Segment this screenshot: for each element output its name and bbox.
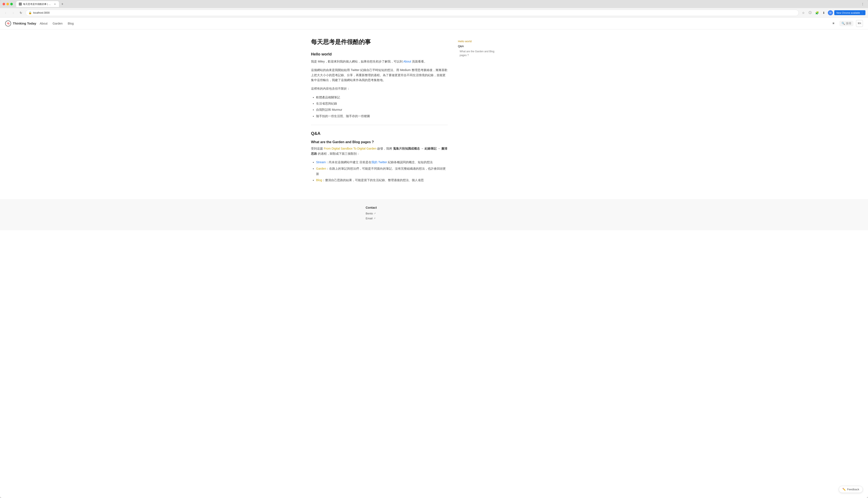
email-external-icon: ↗ bbox=[373, 217, 375, 220]
stream-label: Stream bbox=[316, 160, 326, 164]
qa-bullet-list: Stream：尚未在這個網站中建立 目前是在我的 Twitter 紀錄各種認同的… bbox=[311, 160, 448, 183]
site-logo: 🧠 Thinking Today bbox=[5, 21, 36, 26]
list-item: 自我對話和 Murmur bbox=[316, 107, 448, 113]
bento-label: Bento bbox=[366, 212, 373, 215]
close-window-button[interactable] bbox=[2, 3, 5, 5]
blog-text: ：釐清自己思路的結果，可能是當下的生活紀錄、整理過後的想法、個人省思 bbox=[322, 179, 424, 182]
forward-button[interactable]: › bbox=[10, 10, 16, 16]
toc-item-garden-blog[interactable]: What are the Garden and Blog pages ? bbox=[458, 49, 501, 58]
address-bar[interactable]: 🔒 localhost:3000 bbox=[26, 10, 799, 16]
footer-bento-link[interactable]: Bento ↗ bbox=[366, 212, 502, 215]
email-label: Email bbox=[366, 217, 373, 220]
section-divider bbox=[311, 125, 448, 125]
search-icon: 🔍 bbox=[842, 22, 845, 25]
keyboard-shortcut-icon[interactable]: ⌘K bbox=[856, 20, 863, 27]
list-item: 隨手拍的一些生活照、隨手存的一些梗圖 bbox=[316, 114, 448, 119]
intro-paragraph-2: 這個網站的由來是我開始始用 Twitter 紀錄自己平時短短的想法、用 Medi… bbox=[311, 68, 448, 83]
bookmark-icon[interactable]: ☆ bbox=[801, 10, 806, 16]
extensions-icon[interactable]: 🧩 bbox=[814, 10, 820, 16]
search-box[interactable]: 🔍 搜尋 bbox=[839, 21, 854, 26]
footer-inner: Contact Bento ↗ Email ↗ bbox=[366, 206, 502, 220]
article-content: 每天思考是件很酷的事 Hello world 我是 Miley，歡迎來到我的個人… bbox=[311, 38, 448, 186]
main-layout: 每天思考是件很酷的事 Hello world 我是 Miley，歡迎來到我的個人… bbox=[306, 29, 562, 195]
url-display: localhost:3000 bbox=[33, 11, 796, 14]
twitter-link[interactable]: 我的 Twitter bbox=[371, 160, 387, 164]
chrome-menu-icon[interactable]: ⋮ bbox=[860, 1, 866, 7]
list-item-stream: Stream：尚未在這個網站中建立 目前是在我的 Twitter 紀錄各種認同的… bbox=[316, 160, 448, 165]
list-item: 軟體產品相關筆記 bbox=[316, 95, 448, 100]
toc-sidebar: Hello world Q&A What are the Garden and … bbox=[458, 38, 501, 186]
hello-world-heading: Hello world bbox=[311, 52, 448, 56]
back-button[interactable]: ‹ bbox=[2, 10, 9, 16]
chrome-update-button[interactable]: New Chrome available ⋮ bbox=[834, 10, 866, 15]
stream-text: ：尚未在這個網站中建立 目前是在 bbox=[326, 160, 371, 164]
maximize-window-button[interactable] bbox=[10, 3, 13, 5]
page-title: 每天思考是件很酷的事 bbox=[311, 38, 448, 46]
new-tab-button[interactable]: + bbox=[60, 1, 65, 6]
header-right: ☀ 🔍 搜尋 ⌘K bbox=[830, 20, 863, 27]
traffic-lights bbox=[2, 3, 13, 5]
nav-garden[interactable]: Garden bbox=[53, 22, 63, 25]
intro-paragraph-1: 我是 Miley，歡迎來到我的個人網站，如果你想先初步了解我，可以到 About… bbox=[311, 59, 448, 64]
tab-bar: 每天思考是件很酷的事 | Think... ✕ + bbox=[16, 1, 858, 7]
blog-label: Blog bbox=[316, 179, 322, 182]
toc-item-hello-world[interactable]: Hello world bbox=[458, 39, 501, 44]
list-item-blog: Blog：釐清自己思路的結果，可能是當下的生活紀錄、整理過後的想法、個人省思 bbox=[316, 178, 448, 183]
intro-paragraph-3: 這裡有的內容包含但不限於： bbox=[311, 86, 448, 91]
qa-subheading: What are the Garden and Blog pages ? bbox=[311, 140, 448, 144]
download-icon[interactable]: ⬇ bbox=[821, 10, 827, 16]
feedback-label: Feedback bbox=[847, 488, 859, 491]
header-left: 🧠 Thinking Today About Garden Blog bbox=[5, 21, 74, 26]
chrome-update-label: New Chrome available bbox=[837, 12, 860, 14]
tab-title: 每天思考是件很酷的事 | Think... bbox=[23, 2, 52, 6]
garden-text: ：在路上的筆記與想法們，可能是不同面向的筆記、沒有完整組織過的想法，也許會回頭更… bbox=[316, 167, 446, 175]
logo-icon: 🧠 bbox=[5, 21, 11, 26]
minimize-window-button[interactable] bbox=[7, 3, 9, 5]
page-content: 🧠 Thinking Today About Garden Blog ☀ 🔍 搜… bbox=[0, 17, 868, 498]
profile-icon[interactable]: M bbox=[828, 10, 833, 15]
bento-external-icon: ↗ bbox=[374, 212, 376, 215]
digital-garden-link[interactable]: From Digital Sandbox To Digital Garden bbox=[324, 147, 376, 150]
qa-paragraph-1: 受到這篇 From Digital Sandbox To Digital Gar… bbox=[311, 146, 448, 156]
nav-blog[interactable]: Blog bbox=[68, 22, 74, 25]
qa-heading: Q&A bbox=[311, 131, 448, 136]
site-footer: Contact Bento ↗ Email ↗ bbox=[0, 199, 868, 230]
site-name: Thinking Today bbox=[13, 22, 36, 25]
nav-about[interactable]: About bbox=[40, 22, 48, 25]
search-label: 搜尋 bbox=[846, 22, 851, 25]
toolbar-right: ☆ ⓘ 🧩 ⬇ M New Chrome available ⋮ bbox=[801, 10, 866, 16]
browser-toolbar: ‹ › ↻ 🔒 localhost:3000 ☆ ⓘ 🧩 ⬇ M New Chr… bbox=[0, 8, 868, 17]
site-nav: About Garden Blog bbox=[40, 22, 74, 25]
info-icon[interactable]: ⓘ bbox=[807, 10, 813, 16]
footer-contact-title: Contact bbox=[366, 206, 502, 209]
garden-label: Garden bbox=[316, 167, 326, 170]
chrome-update-menu-icon: ⋮ bbox=[861, 11, 863, 14]
list-item: 生活省思與紀錄 bbox=[316, 101, 448, 106]
tab-favicon bbox=[19, 2, 22, 5]
list-item-garden: Garden：在路上的筆記與想法們，可能是不同面向的筆記、沒有完整組織過的想法，… bbox=[316, 166, 448, 177]
browser-titlebar: 每天思考是件很酷的事 | Think... ✕ + ⋮ bbox=[0, 0, 868, 8]
about-link[interactable]: About bbox=[403, 60, 411, 63]
site-header: 🧠 Thinking Today About Garden Blog ☀ 🔍 搜… bbox=[0, 17, 868, 29]
theme-toggle-icon[interactable]: ☀ bbox=[830, 20, 837, 27]
tab-close-button[interactable]: ✕ bbox=[53, 2, 56, 5]
feedback-icon: ✏️ bbox=[842, 488, 846, 491]
active-tab[interactable]: 每天思考是件很酷的事 | Think... ✕ bbox=[16, 1, 59, 7]
intro-bullet-list: 軟體產品相關筆記 生活省思與紀錄 自我對話和 Murmur 隨手拍的一些生活照、… bbox=[311, 95, 448, 119]
qa-section: Q&A What are the Garden and Blog pages ?… bbox=[311, 131, 448, 183]
lock-icon: 🔒 bbox=[28, 11, 32, 14]
toc-item-qa[interactable]: Q&A bbox=[458, 44, 501, 49]
footer-email-link[interactable]: Email ↗ bbox=[366, 217, 502, 220]
feedback-button[interactable]: ✏️ Feedback bbox=[839, 486, 863, 493]
reload-button[interactable]: ↻ bbox=[18, 10, 24, 16]
